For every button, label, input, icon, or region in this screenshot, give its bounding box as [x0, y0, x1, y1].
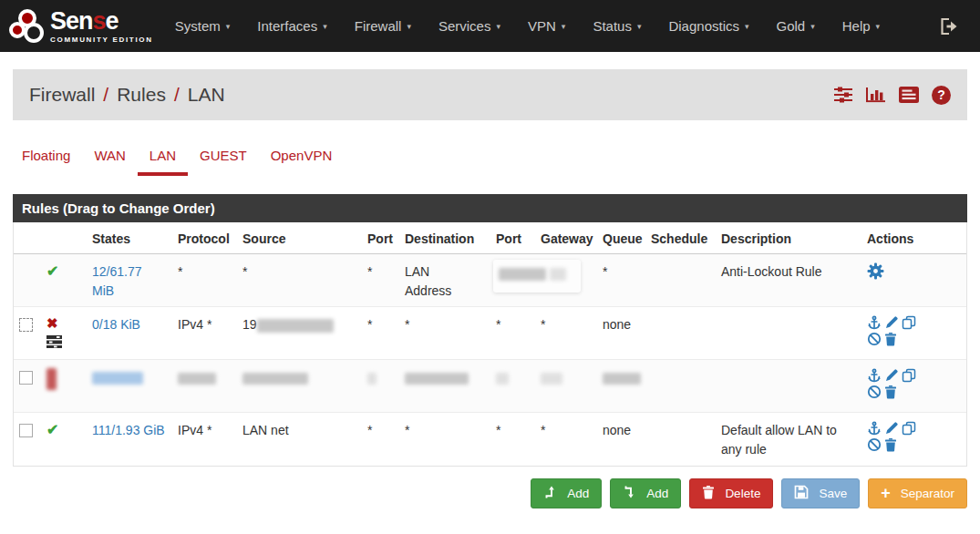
- menu-item-interfaces[interactable]: Interfaces▾: [257, 18, 326, 34]
- tab-wan[interactable]: WAN: [94, 148, 125, 176]
- breadcrumb-separator: /: [174, 84, 180, 106]
- menu-item-firewall[interactable]: Firewall▾: [355, 18, 411, 34]
- footer-actions: Add Add Delete Save + Separato: [13, 478, 967, 508]
- col-states: States: [87, 222, 172, 254]
- anchor-icon[interactable]: [867, 421, 882, 436]
- cell-schedule: [645, 360, 716, 413]
- edit-icon[interactable]: [884, 315, 899, 330]
- breadcrumb: Firewall / Rules / LAN: [29, 84, 225, 106]
- cell-description: Default allow LAN to any rule: [716, 413, 861, 466]
- disable-icon[interactable]: [867, 437, 882, 452]
- col-schedule: Schedule: [645, 222, 716, 254]
- pfsense-logo-icon: [9, 7, 46, 46]
- cell-schedule: [645, 254, 716, 307]
- brand-subtitle: COMMUNITY EDITION: [50, 36, 153, 44]
- states-link[interactable]: 12/61.77 MiB: [92, 264, 142, 298]
- table-row: ✔ 111/1.93 GiB IPv4 * LAN net * * * * no…: [14, 413, 966, 466]
- menu-item-services[interactable]: Services▾: [438, 18, 500, 34]
- table-row: ✖ 0/18 KiB IPv4 * 19 * *: [14, 307, 966, 360]
- cell-select: [14, 254, 41, 307]
- tab-floating[interactable]: Floating: [22, 148, 70, 176]
- chevron-down-icon: ▾: [226, 22, 231, 31]
- copy-icon[interactable]: [902, 421, 916, 436]
- menu-item-vpn[interactable]: VPN▾: [528, 18, 565, 34]
- cell-schedule: [645, 413, 716, 466]
- edit-icon[interactable]: [884, 368, 899, 383]
- menu-item-diagnostics[interactable]: Diagnostics▾: [668, 18, 748, 34]
- log-list-icon[interactable]: [898, 86, 920, 104]
- sign-out-icon[interactable]: [938, 16, 962, 36]
- cell-source-port: *: [362, 254, 399, 307]
- save-button[interactable]: Save: [781, 478, 860, 508]
- cell-description: [716, 360, 861, 413]
- copy-icon[interactable]: [902, 315, 916, 330]
- add-separator-button[interactable]: + Separator: [868, 478, 967, 508]
- cell-source-port: *: [362, 413, 399, 466]
- pfsense-logo[interactable]: Sense COMMUNITY EDITION: [9, 7, 153, 46]
- edit-icon[interactable]: [884, 421, 899, 436]
- chevron-down-icon: ▾: [407, 22, 411, 31]
- plus-icon: +: [881, 485, 891, 501]
- chevron-down-icon: ▾: [745, 22, 749, 31]
- cell-actions: [861, 360, 966, 413]
- breadcrumb-lan: LAN: [188, 84, 225, 106]
- menu-item-help[interactable]: Help▾: [842, 18, 880, 34]
- redacted-value: [242, 373, 308, 385]
- col-select: [14, 222, 41, 254]
- add-rule-bottom-button[interactable]: Add: [610, 478, 681, 508]
- delete-icon[interactable]: [884, 332, 897, 346]
- cell-status: ✔: [41, 254, 87, 307]
- cell-gateway: [535, 360, 597, 413]
- disable-icon[interactable]: [867, 385, 882, 399]
- tab-guest[interactable]: GUEST: [200, 148, 247, 176]
- row-select-checkbox[interactable]: [19, 424, 33, 437]
- bar-chart-icon[interactable]: [865, 86, 886, 104]
- redacted-value: [541, 373, 562, 385]
- breadcrumb-rules[interactable]: Rules: [117, 84, 166, 106]
- cell-source: *: [237, 254, 362, 307]
- menu-item-status[interactable]: Status▾: [593, 18, 641, 34]
- col-protocol: Protocol: [172, 222, 237, 254]
- help-icon[interactable]: ?: [932, 86, 951, 105]
- menu-item-gold[interactable]: Gold▾: [777, 18, 815, 34]
- redacted-value: [367, 373, 377, 385]
- tab-openvpn[interactable]: OpenVPN: [271, 148, 333, 176]
- redacted-value: [493, 260, 581, 293]
- col-source-port: Port: [362, 222, 399, 254]
- breadcrumb-firewall[interactable]: Firewall: [29, 84, 95, 106]
- anchor-icon[interactable]: [867, 315, 882, 330]
- cell-gateway: *: [535, 307, 597, 360]
- cell-destination: *: [399, 307, 490, 360]
- cell-states: 12/61.77 MiB: [87, 254, 172, 307]
- disable-icon[interactable]: [867, 332, 882, 346]
- cell-source: [237, 360, 362, 413]
- col-description: Description: [716, 222, 861, 254]
- sliders-icon[interactable]: [833, 86, 853, 104]
- pass-check-icon: ✔: [46, 422, 58, 437]
- cell-states: 111/1.93 GiB: [87, 413, 172, 466]
- delete-icon[interactable]: [884, 385, 897, 399]
- states-link[interactable]: 111/1.93 GiB: [92, 423, 165, 437]
- gear-icon[interactable]: [867, 262, 961, 280]
- copy-icon[interactable]: [902, 368, 916, 383]
- trash-icon: [702, 485, 715, 502]
- add-rule-top-button[interactable]: Add: [531, 478, 602, 508]
- cell-dest-port: [490, 360, 535, 413]
- delete-selected-button[interactable]: Delete: [689, 478, 773, 508]
- cell-select: [14, 360, 41, 413]
- menu-item-system[interactable]: System▾: [175, 18, 231, 34]
- cell-dest-port: [490, 254, 535, 307]
- breadcrumb-separator: /: [103, 84, 108, 106]
- cell-source: 19: [237, 307, 362, 360]
- row-select-checkbox[interactable]: [19, 371, 33, 385]
- table-row: [14, 360, 966, 413]
- tab-lan[interactable]: LAN: [150, 148, 176, 176]
- row-select-checkbox[interactable]: [19, 318, 33, 332]
- cell-status: [41, 360, 87, 413]
- anchor-icon[interactable]: [867, 368, 882, 383]
- cell-destination: *: [399, 413, 490, 466]
- delete-icon[interactable]: [884, 437, 897, 452]
- cell-source-port: *: [362, 307, 399, 360]
- states-link[interactable]: 0/18 KiB: [92, 317, 140, 332]
- cell-queue: none: [597, 307, 645, 360]
